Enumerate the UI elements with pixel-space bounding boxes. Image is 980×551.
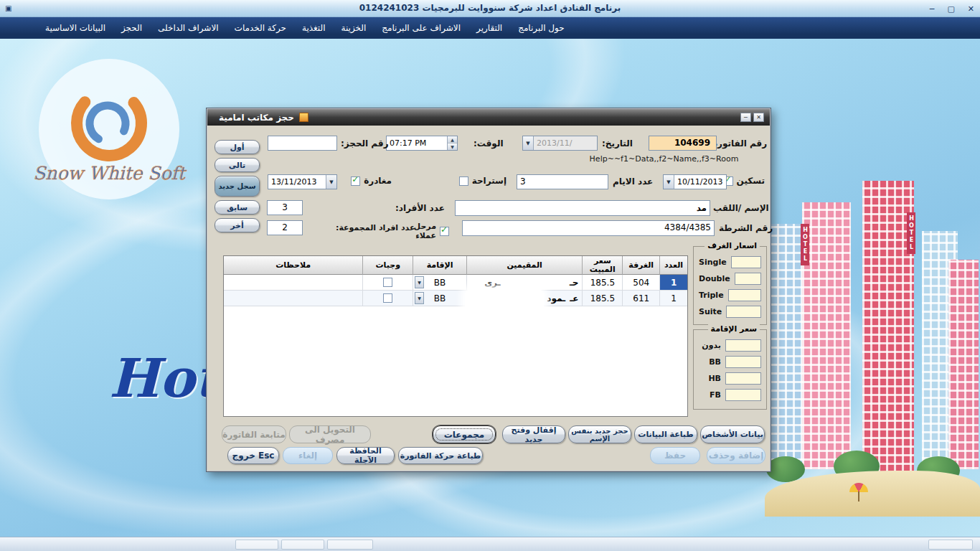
dialog-minimize-icon[interactable]: ─ [740, 113, 751, 122]
dropdown-icon[interactable]: ▼ [664, 175, 674, 189]
transfer-to-bank-button: التحويل الى مصرف [289, 425, 371, 443]
departure-checkbox[interactable]: ✓ [351, 176, 360, 186]
help-text: Help~~f1~Data,,f2~Name,,f3~Room [580, 154, 748, 164]
print-invoice-movements-button[interactable]: طباعة حركة الفاتورة [398, 447, 483, 464]
col-notes: ملاحظات [224, 256, 363, 275]
taskbar-item[interactable] [235, 540, 278, 550]
nav-last-button[interactable]: أخر [215, 218, 260, 232]
spin-up-icon[interactable]: ▲ [448, 136, 457, 143]
forwarded-clients-checkbox[interactable]: ✓ [440, 227, 449, 236]
redacted-text [491, 202, 692, 214]
room-prices-group: اسعار الغرف Single Double Triple Suite [693, 246, 767, 325]
time-field[interactable]: 07:17 PM ▲ ▼ [386, 136, 458, 151]
menu-item-food[interactable]: التغذية [294, 19, 333, 37]
dropdown-icon[interactable]: ▼ [326, 175, 336, 189]
new-record-button[interactable]: سجل جديد [215, 176, 260, 197]
menu-item-services[interactable]: حركة الخدمات [227, 19, 294, 37]
guest-cell[interactable]: حـ ـرى [467, 275, 583, 291]
dialog-close-icon[interactable]: ✕ [753, 113, 764, 122]
meals-checkbox[interactable] [383, 278, 392, 287]
table-row[interactable]: BB ▼ حـ ـرى 185.5 504 1 [224, 275, 687, 291]
city-illustration: HOTEL HOTEL [765, 172, 980, 517]
guest-name-fragment: حـ [570, 278, 579, 288]
date-value: 2013/11/ [534, 138, 597, 148]
price-cell[interactable]: 185.5 [583, 275, 623, 291]
notes-cell[interactable] [224, 275, 363, 291]
persons-count-field[interactable]: 3 [267, 200, 303, 215]
triple-price-input[interactable] [728, 289, 761, 301]
departure-label: مغادرة [364, 176, 392, 186]
date-combo[interactable]: ▼ 2013/11/ [522, 136, 598, 151]
menubar: البيانات الاساسية الحجز الاشراف الداخلى … [0, 17, 980, 39]
close-icon[interactable]: ✕ [968, 4, 974, 14]
minimize-icon[interactable]: ─ [930, 4, 935, 14]
double-price-input[interactable] [735, 273, 761, 285]
stay-cell[interactable]: BB ▼ [413, 291, 467, 306]
stay-dropdown-icon[interactable]: ▼ [415, 276, 424, 288]
nav-first-button[interactable]: أول [215, 140, 260, 154]
meals-checkbox[interactable] [383, 293, 392, 303]
stay-dropdown-icon[interactable]: ▼ [415, 292, 424, 304]
snow-white-soft-logo: Snow White Soft [29, 56, 190, 228]
dialog-titlebar[interactable]: حجز مكاتب امامية ─ ✕ [207, 109, 770, 126]
menu-item-program-supervision[interactable]: الاشراف على البرنامج [374, 19, 468, 37]
police-number-field[interactable]: 4384/4385 [462, 220, 715, 236]
days-count-field[interactable]: 3 [517, 174, 608, 189]
without-price-input[interactable] [725, 339, 761, 352]
hb-price-input[interactable] [725, 372, 761, 385]
guest-name-field[interactable]: مد [455, 200, 710, 216]
taskbar-item[interactable] [327, 540, 373, 550]
taskbar-tray[interactable] [928, 540, 973, 550]
price-cell[interactable]: 185.5 [583, 291, 623, 306]
departure-date-combo[interactable]: 13/11/2013 ▼ [268, 174, 337, 189]
count-cell[interactable]: 1 [660, 291, 687, 306]
taskbar [0, 537, 980, 551]
count-cell-selected[interactable]: 1 [660, 275, 687, 291]
meals-cell[interactable] [363, 291, 413, 306]
deferred-wallet-button[interactable]: الحافظة الآجلة [336, 447, 395, 464]
time-spinner[interactable]: ▲ ▼ [447, 136, 457, 150]
meals-cell[interactable] [363, 275, 413, 291]
table-row[interactable]: BB ▼ عـ ـمود 185.5 611 1 [224, 291, 687, 306]
hotel-building: HOTEL [862, 181, 914, 474]
maximize-icon[interactable]: ▢ [947, 4, 954, 14]
group-count-field[interactable]: 2 [267, 220, 303, 235]
room-cell[interactable]: 504 [623, 275, 660, 291]
invoice-number-field[interactable]: 104699 [649, 136, 717, 151]
dialog-hotel-icon [299, 113, 308, 122]
bb-label: BB [709, 357, 721, 367]
menu-item-basic-data[interactable]: البيانات الاساسية [37, 19, 113, 37]
col-meals: وجبات [363, 256, 413, 275]
screen: ▣ برنامج الفنادق اعداد شركة سنووايت للبر… [0, 0, 980, 551]
single-price-input[interactable] [731, 256, 761, 268]
new-booking-same-name-button[interactable]: حجز جديد بنفس الإسم [568, 425, 631, 443]
booking-number-label: رقم الحجز: [341, 138, 389, 149]
stay-cell[interactable]: BB ▼ [413, 275, 467, 291]
dropdown-icon[interactable]: ▼ [523, 136, 534, 150]
print-data-button[interactable]: طباعة البيانات [634, 425, 697, 443]
taskbar-item[interactable] [281, 540, 324, 550]
nav-prev-button[interactable]: سابق [215, 200, 260, 215]
menu-item-treasury[interactable]: الخزينة [333, 19, 374, 37]
spin-down-icon[interactable]: ▼ [448, 143, 457, 150]
rest-checkbox[interactable] [459, 176, 468, 186]
suite-price-input[interactable] [726, 306, 761, 318]
bb-price-input[interactable] [725, 356, 761, 368]
room-cell[interactable]: 611 [623, 291, 660, 306]
persons-data-button[interactable]: بيانات الأشخاص [700, 425, 765, 443]
menu-item-about[interactable]: حول البرنامج [510, 19, 573, 37]
date-label: التاريخ: [602, 138, 633, 149]
booking-number-field[interactable] [268, 136, 337, 151]
nav-next-button[interactable]: تالى [215, 158, 260, 172]
groups-button[interactable]: مجموعات [433, 425, 496, 443]
close-and-open-new-button[interactable]: إقفال وفتح جديد [502, 425, 565, 443]
exit-button[interactable]: Esc خروج [227, 447, 279, 464]
menu-item-reports[interactable]: التقارير [468, 19, 510, 37]
checkin-date-combo[interactable]: ▼ 10/11/2013 [663, 174, 727, 189]
window-titlebar: ▣ برنامج الفنادق اعداد شركة سنووايت للبر… [0, 0, 980, 17]
fb-price-input[interactable] [725, 389, 761, 401]
time-label: الوقت: [473, 138, 504, 149]
notes-cell[interactable] [224, 291, 363, 306]
menu-item-internal-supervision[interactable]: الاشراف الداخلى [150, 19, 226, 37]
menu-item-booking[interactable]: الحجز [113, 19, 150, 37]
